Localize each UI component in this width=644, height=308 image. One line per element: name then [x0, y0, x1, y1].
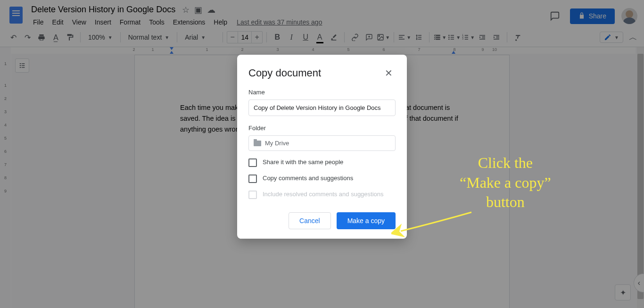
annotation-text: Click the “Make a copy” button [460, 153, 551, 212]
share-same-people-row[interactable]: Share it with the same people [248, 158, 396, 167]
include-resolved-label: Include resolved comments and suggestion… [263, 191, 384, 198]
copy-comments-checkbox[interactable] [248, 175, 257, 183]
share-same-people-label: Share it with the same people [263, 158, 343, 166]
folder-icon [254, 141, 261, 146]
share-same-people-checkbox[interactable] [248, 158, 257, 167]
copy-comments-label: Copy comments and suggestions [263, 175, 353, 182]
folder-label: Folder [248, 125, 396, 132]
folder-value: My Drive [265, 140, 289, 147]
copy-comments-row[interactable]: Copy comments and suggestions [248, 175, 396, 183]
copy-document-dialog: Copy document ✕ Name Folder My Drive Sha… [237, 55, 407, 239]
include-resolved-row: Include resolved comments and suggestion… [248, 191, 396, 199]
dialog-title: Copy document [248, 67, 321, 79]
copy-name-input[interactable] [248, 100, 396, 116]
cancel-button[interactable]: Cancel [289, 212, 331, 229]
make-a-copy-button[interactable]: Make a copy [337, 212, 396, 229]
close-icon[interactable]: ✕ [381, 66, 396, 80]
name-label: Name [248, 89, 396, 96]
folder-select[interactable]: My Drive [248, 135, 396, 151]
include-resolved-checkbox [248, 191, 257, 199]
